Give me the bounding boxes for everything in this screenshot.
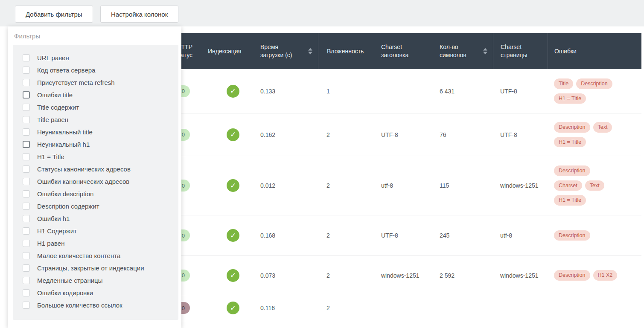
filter-checkbox[interactable] — [23, 104, 30, 111]
nesting-cell: 2 — [318, 232, 373, 239]
column-header-symbols-count[interactable]: Кол-во символов — [431, 33, 493, 69]
filter-option[interactable]: H1 Содержит — [13, 225, 178, 237]
charset-header-cell: UTF-8 — [373, 232, 431, 239]
charset-page-cell: windows-1251 — [493, 272, 548, 279]
filter-option[interactable]: Медленные страницы — [13, 274, 178, 287]
filter-option[interactable]: Ошибки description — [13, 188, 178, 200]
error-badge: H1 X2 — [593, 270, 618, 281]
column-header-indexing: Индексация — [198, 33, 252, 69]
error-badge: H1 = Title — [554, 137, 586, 148]
filter-option[interactable]: URL равен — [13, 52, 178, 64]
column-header-load-time[interactable]: Время загрузки (с) — [252, 33, 318, 69]
symbols-count-cell: 2 592 — [431, 272, 493, 279]
filter-checkbox[interactable] — [23, 178, 30, 185]
errors-cell: DescriptionCharsetTextH1 = Title — [548, 165, 641, 206]
sort-icon[interactable] — [308, 48, 312, 55]
symbols-count-cell: 6 431 — [431, 88, 493, 95]
filter-checkbox[interactable] — [23, 264, 30, 272]
filter-option[interactable]: Ошибки канонических адресов — [13, 175, 178, 188]
filter-checkbox[interactable] — [23, 91, 30, 99]
filter-checkbox[interactable] — [23, 252, 30, 259]
indexed-check-icon: ✓ — [227, 179, 239, 192]
filter-option-label: Title равен — [37, 116, 68, 123]
filter-option[interactable]: Страницы, закрытые от индексации — [13, 262, 178, 274]
filter-checkbox[interactable] — [23, 141, 30, 148]
filter-option-label: URL равен — [37, 54, 69, 61]
filter-option[interactable]: Неуникальный h1 — [13, 138, 178, 151]
filter-checkbox[interactable] — [23, 215, 30, 222]
topbar: Добавить фильтры Настройка колонок — [0, 0, 644, 26]
indexed-check-icon: ✓ — [227, 128, 239, 141]
filter-option-label: Ошибки description — [37, 190, 93, 197]
symbols-count-cell: 245 — [431, 232, 493, 239]
filters-dropdown-title: Фильтры — [14, 32, 181, 40]
filter-checkbox[interactable] — [23, 277, 30, 284]
error-badge: Description — [554, 270, 590, 281]
load-time-cell: 0.073 — [252, 272, 318, 279]
load-time-cell: 0.116 — [252, 305, 318, 311]
table-row: 0 ✓ 0.133 1 6 431 UTF-8 TitleDescription… — [141, 69, 641, 113]
column-header-errors: Ошибки — [548, 33, 641, 69]
filter-option[interactable]: H1 равен — [13, 237, 178, 250]
filter-checkbox[interactable] — [23, 128, 30, 136]
charset-page-cell: UTF-8 — [493, 88, 548, 95]
filter-option[interactable]: Неуникальный title — [13, 126, 178, 138]
symbols-count-cell: 115 — [431, 182, 493, 189]
filter-option[interactable]: Description содержит — [13, 200, 178, 212]
filter-option[interactable]: Ошибки h1 — [13, 212, 178, 225]
app-root: Добавить фильтры Настройка колонок HTTP … — [0, 0, 644, 328]
indexed-check-icon: ✓ — [227, 269, 239, 282]
filter-checkbox[interactable] — [23, 302, 30, 309]
filter-option-label: Малое количество контента — [37, 252, 120, 259]
filter-checkbox[interactable] — [23, 165, 30, 173]
table-row: 0 ✓ 0.012 2 utf-8 115 windows-1251 Descr… — [141, 156, 641, 215]
table-row: 0 ✓ 0.162 2 UTF-8 76 UTF-8 DescriptionTe… — [141, 113, 641, 156]
filter-option-label: Ошибки title — [37, 91, 73, 99]
error-badge: Text — [585, 180, 604, 191]
filter-checkbox[interactable] — [23, 54, 30, 61]
filter-checkbox[interactable] — [23, 203, 30, 210]
add-filters-button[interactable]: Добавить фильтры — [15, 6, 93, 23]
filter-option[interactable]: Title равен — [13, 113, 178, 126]
filter-checkbox[interactable] — [23, 289, 30, 296]
filter-checkbox[interactable] — [23, 79, 30, 86]
filter-checkbox[interactable] — [23, 240, 30, 247]
filter-checkbox[interactable] — [23, 67, 30, 74]
error-badge: Description — [554, 165, 590, 176]
filter-option[interactable]: Присутствует meta refresh — [13, 76, 178, 89]
filters-list: URL равен Код ответа сервера Присутствуе… — [13, 45, 178, 320]
filter-checkbox[interactable] — [23, 153, 30, 160]
filter-option[interactable]: Ошибки title — [13, 89, 178, 101]
errors-cell: Description — [548, 230, 641, 241]
filter-option-label: H1 = Title — [37, 153, 64, 160]
filter-option[interactable]: Title содержит — [13, 101, 178, 113]
filter-option[interactable]: Код ответа сервера — [13, 64, 178, 76]
sort-icon[interactable] — [483, 48, 487, 55]
filter-checkbox[interactable] — [23, 116, 30, 123]
filter-option[interactable]: Ошибки кодировки — [13, 287, 178, 299]
filter-option-label: Страницы, закрытые от индексации — [37, 264, 144, 272]
filter-option-label: Title содержит — [37, 104, 79, 111]
nesting-cell: 1 — [318, 88, 373, 95]
nesting-cell: 2 — [318, 272, 373, 279]
indexed-check-icon: ✓ — [227, 302, 239, 314]
filter-checkbox[interactable] — [23, 227, 30, 235]
filter-checkbox[interactable] — [23, 190, 30, 197]
column-settings-button[interactable]: Настройка колонок — [100, 6, 178, 23]
error-badge: Text — [593, 122, 612, 133]
filter-option[interactable]: Большое количество ссылок — [13, 299, 178, 311]
filter-option-label: Ошибки канонических адресов — [37, 178, 129, 185]
load-time-cell: 0.168 — [252, 232, 318, 239]
filter-option[interactable]: Статусы канонических адресов — [13, 163, 178, 175]
table-row: 0 ✓ 0.073 2 windows-1251 2 592 windows-1… — [141, 256, 641, 295]
nesting-cell: 2 — [318, 305, 373, 311]
filter-option-label: Большое количество ссылок — [37, 302, 122, 309]
crawl-results-table: HTTP статус Индексация Время загрузки (с… — [141, 33, 641, 321]
filter-option[interactable]: H1 = Title — [13, 151, 178, 163]
charset-header-cell: utf-8 — [373, 182, 431, 189]
error-badge: H1 = Title — [554, 195, 586, 206]
error-badge: H1 = Title — [554, 93, 586, 104]
charset-page-cell: UTF-8 — [493, 131, 548, 138]
filter-option[interactable]: Малое количество контента — [13, 250, 178, 262]
filter-option-label: Код ответа сервера — [37, 67, 95, 74]
